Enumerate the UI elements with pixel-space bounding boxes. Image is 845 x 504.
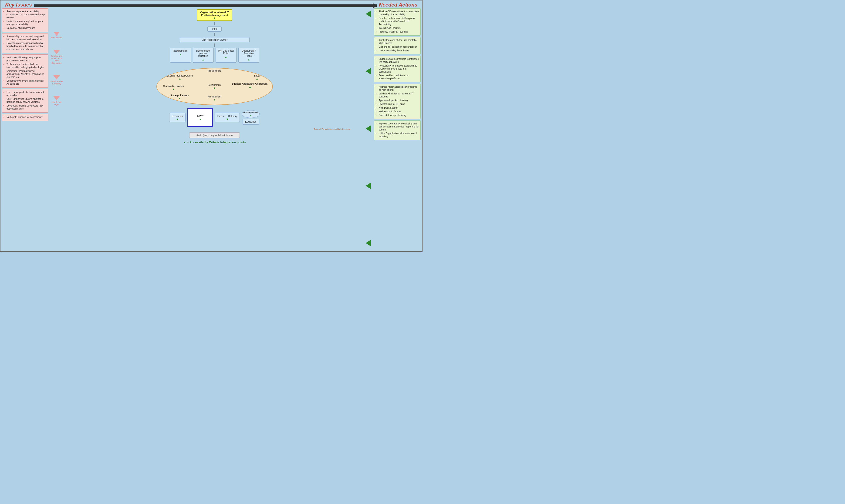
flow-box-deployment: Deployment / Education Plans ▲ bbox=[238, 48, 259, 62]
four-boxes: Requirements ▲ Development process utili… bbox=[65, 48, 364, 62]
pink-arrow-4 bbox=[53, 96, 60, 100]
header-arrow bbox=[34, 4, 377, 7]
influencer-legal: Legal ▲ bbox=[254, 74, 260, 80]
service-label: Service / Delivery bbox=[218, 115, 238, 118]
action-item: Select and build solutions on accessible… bbox=[379, 74, 419, 80]
solutioning-block: Solutioning & Make vs Buy Decisions bbox=[50, 50, 63, 64]
influencers-area: Influencers Existing Product Portfolio ▲… bbox=[154, 65, 275, 106]
flow-label-1: Requirements bbox=[172, 50, 189, 52]
org-box: Organization Internal IT Portfolio Manag… bbox=[197, 9, 232, 21]
action-item: Develop and execute staffing plans and i… bbox=[379, 17, 419, 26]
mid-labels-column: Unit Needs Solutioning & Make vs Buy Dec… bbox=[50, 8, 63, 249]
flow-box-requirements: Requirements ▲ bbox=[170, 48, 191, 62]
issue-item: No Accessibility reqs language in procur… bbox=[6, 56, 47, 62]
issue-item: Limited resources to plan / support/ man… bbox=[6, 20, 47, 26]
content-area: Exec management accessibility commitment… bbox=[0, 8, 422, 250]
influencer-standards: Standards / Policies ▲ bbox=[163, 85, 184, 91]
influencer-procurement: Procurement ▲ bbox=[208, 95, 221, 101]
influencer-existing: Existing Product Portfolio ▲ bbox=[167, 74, 193, 80]
action-box-3: Engage Strategic Partners to Influence 3… bbox=[374, 56, 421, 82]
header-title-left: Key Issues bbox=[5, 2, 32, 8]
issue-item: No Level 1 support for accessibility bbox=[6, 115, 47, 119]
influencer-strategic: Strategic Partners ▲ bbox=[170, 94, 189, 100]
issue-box-1: Exec management accessibility commitment… bbox=[2, 8, 48, 32]
connector-3 bbox=[214, 43, 215, 47]
cio-label: CIO bbox=[212, 28, 217, 31]
issue-item: Versioning incompatibility of applicatio… bbox=[6, 70, 47, 78]
issue-item: Developer: Internal developers lack educ… bbox=[6, 104, 47, 110]
action-item: Progress Tracking/ reporting bbox=[379, 30, 419, 33]
flow-label-4: Deployment / Education Plans bbox=[240, 50, 257, 57]
unit-app-box: Unit Application Owner bbox=[180, 37, 249, 42]
header-row: Key Issues Needed Actions bbox=[0, 0, 422, 8]
test-box: Test* ▲ bbox=[187, 108, 213, 127]
flow-triangle-2: ▲ bbox=[202, 58, 204, 61]
legend: ▲ = Accessibility Criteria Integration p… bbox=[182, 139, 247, 145]
issue-box-2: Accessibility reqs not well integrated i… bbox=[2, 33, 48, 53]
issue-item: Exec management accessibility commitment… bbox=[6, 10, 47, 19]
execution-box: Execution ▲ bbox=[169, 113, 186, 122]
test-label: Test* bbox=[197, 114, 204, 118]
education-box: Education bbox=[243, 119, 259, 125]
issue-item: No control of 3rd party apps bbox=[6, 26, 47, 30]
issue-box-3: No Accessibility reqs language in procur… bbox=[2, 54, 48, 88]
execution-label: Execution bbox=[172, 115, 183, 118]
action-item: App. developer Acc. training bbox=[379, 99, 419, 102]
solution-dev-block: Solution Dev & Deploy bbox=[50, 75, 63, 85]
org-line1: Organization Internal IT bbox=[200, 11, 229, 14]
action-item: Address major accessibility problems as … bbox=[379, 85, 419, 91]
flow-triangle-1: ▲ bbox=[179, 53, 182, 56]
audit-box: Audit (Web only with limitations) bbox=[189, 132, 240, 138]
issue-item: Dependency on very small, external AT su… bbox=[6, 79, 47, 85]
green-arrow-2 bbox=[366, 68, 371, 74]
action-item: Tight integration of Acc. into Portfolio… bbox=[379, 39, 419, 44]
unit-needs-block: Unit Needs bbox=[51, 32, 62, 39]
org-triangle: ▲ bbox=[213, 17, 216, 19]
lifecycle-block: Life Cycle Mgnt bbox=[50, 96, 63, 106]
flow-label-2: Development process utilization bbox=[195, 50, 212, 57]
audit-row: Audit (Web only with limitations) bbox=[189, 132, 240, 138]
header-title-right: Needed Actions bbox=[379, 2, 417, 8]
mid-label-4: Life Cycle Mgnt bbox=[50, 101, 63, 106]
action-item: Validate with internal / external AT sol… bbox=[379, 92, 419, 98]
service-box: Service / Delivery ▲ bbox=[215, 113, 240, 122]
action-box-5: Improve coverage by developing unit self… bbox=[374, 121, 421, 140]
green-arrows-column bbox=[366, 8, 373, 249]
influencers-title: Influencers bbox=[208, 69, 221, 72]
learning-bubble: Learning Services ▲ bbox=[242, 110, 260, 118]
influencer-biz-arch: Business Applications Architecture. ▲ bbox=[232, 83, 268, 88]
green-arrow-5 bbox=[366, 240, 371, 246]
left-column: Exec management accessibility commitment… bbox=[2, 8, 48, 249]
flow-box-unitdev: Unit Dev. Focal Point ▲ bbox=[215, 48, 237, 62]
cio-box: CIO bbox=[207, 26, 222, 32]
mid-label-3: Solution Dev & Deploy bbox=[50, 80, 63, 85]
action-item: Unit Accessibility Focal Points bbox=[379, 49, 419, 52]
mid-label-2: Solutioning & Make vs Buy Decisions bbox=[50, 55, 63, 64]
action-item: PwD training for PC apps bbox=[379, 103, 419, 106]
flow-box-devprocess: Development process utilization ▲ bbox=[193, 48, 214, 62]
action-item: Web support / forums bbox=[379, 110, 419, 113]
issue-box-4: User: Basic product education is not acc… bbox=[2, 89, 48, 112]
issue-box-5: No Level 1 support for accessibility bbox=[2, 114, 48, 121]
action-item: Engage Strategic Partners to Influence 3… bbox=[379, 57, 419, 64]
influencer-development: Development ▲ bbox=[208, 84, 221, 90]
action-item: Unit and HR exception accountability bbox=[379, 46, 419, 48]
exec-row: Execution ▲ Test* ▲ Service / Delivery ▲… bbox=[65, 108, 364, 127]
issue-item: Accessibility reqs not well integrated i… bbox=[6, 35, 47, 41]
issue-item: Tools and applications built on inaccess… bbox=[6, 63, 47, 69]
flow-triangle-3: ▲ bbox=[225, 56, 227, 58]
org-line2: Portfolio Management bbox=[200, 14, 229, 17]
issue-item: User: Basic product education is not acc… bbox=[6, 91, 47, 97]
green-arrow-4 bbox=[366, 183, 371, 189]
green-arrow-1 bbox=[366, 11, 371, 17]
action-box-2: Tight integration of Acc. into Portfolio… bbox=[374, 37, 421, 54]
action-item: Internal Acc Proj mgt. bbox=[379, 26, 419, 30]
green-arrow-3 bbox=[366, 125, 371, 132]
education-column: Learning Services ▲ Education bbox=[242, 110, 260, 125]
main-container: Key Issues Needed Actions Exec managemen… bbox=[0, 0, 422, 252]
issue-item: User: Employees unsure whether to upgrad… bbox=[6, 97, 47, 104]
flow-triangle-4: ▲ bbox=[247, 58, 250, 61]
mid-label-1: Unit Needs bbox=[51, 37, 62, 39]
unit-app-label: Unit Application Owner bbox=[202, 38, 227, 41]
action-box-4: Address major accessibility problems as … bbox=[374, 84, 421, 119]
